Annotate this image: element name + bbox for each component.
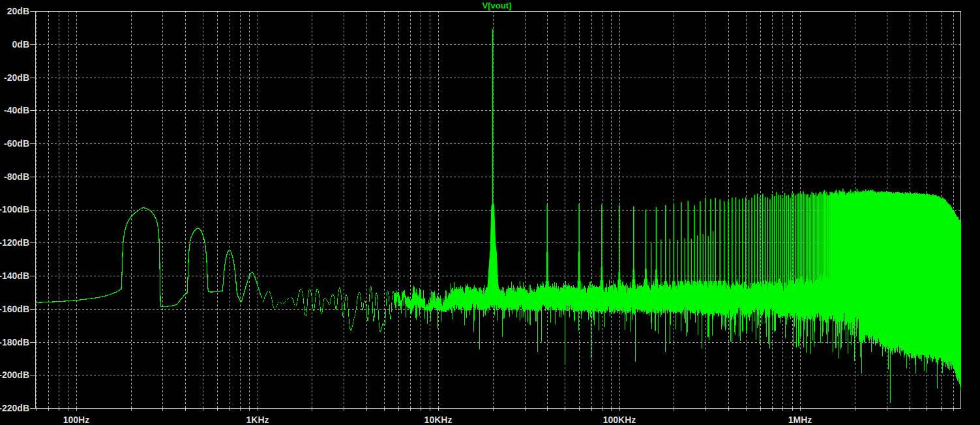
svg-text:-40dB: -40dB (4, 105, 29, 115)
svg-text:V[vout]: V[vout] (483, 1, 512, 10)
svg-text:-80dB: -80dB (4, 171, 29, 182)
svg-text:20dB: 20dB (7, 6, 29, 16)
svg-text:100KHz: 100KHz (603, 415, 636, 425)
svg-text:-160dB: -160dB (0, 304, 29, 314)
svg-text:100Hz: 100Hz (63, 415, 89, 425)
svg-text:-220dB: -220dB (0, 403, 29, 413)
svg-text:-20dB: -20dB (4, 72, 29, 83)
svg-text:1MHz: 1MHz (788, 415, 812, 425)
svg-text:-100dB: -100dB (0, 204, 29, 214)
svg-text:-120dB: -120dB (0, 237, 29, 248)
svg-text:-200dB: -200dB (0, 370, 29, 380)
svg-text:-140dB: -140dB (0, 271, 29, 281)
svg-text:1KHz: 1KHz (246, 415, 269, 425)
svg-text:-180dB: -180dB (0, 337, 29, 347)
svg-text:0dB: 0dB (12, 39, 29, 50)
svg-text:-60dB: -60dB (4, 138, 29, 149)
svg-text:10KHz: 10KHz (424, 415, 453, 425)
